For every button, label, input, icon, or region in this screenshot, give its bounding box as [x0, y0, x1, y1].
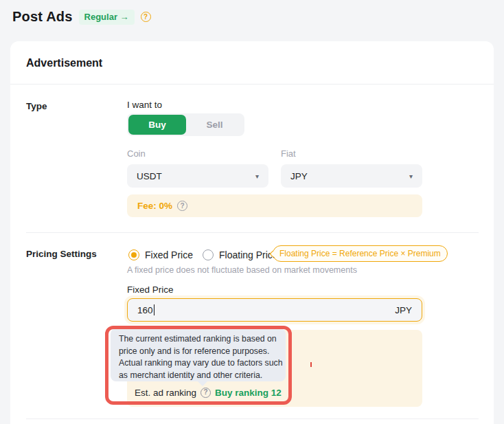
est-ranking-row: Est. ad ranking ? Buy ranking 12: [135, 386, 282, 399]
currency-suffix: JPY: [395, 305, 412, 315]
fiat-select[interactable]: JPY ▾: [281, 164, 422, 188]
type-section-label: Type: [26, 101, 47, 111]
fee-help-icon[interactable]: ?: [177, 201, 187, 211]
ranking-tooltip: The current estimated ranking is based o…: [111, 328, 286, 381]
post-ads-page: Post Ads Regular → ? Advertisement Type …: [0, 0, 504, 424]
divider: [10, 84, 494, 85]
floating-price-option[interactable]: Floating Price: [219, 249, 278, 260]
fixed-price-field-label: Fixed Price: [127, 284, 174, 295]
fiat-value: JPY: [290, 171, 308, 181]
divider: [26, 232, 479, 233]
card-heading: Advertisement: [26, 57, 102, 69]
pricing-settings-label: Pricing Settings: [26, 249, 97, 259]
ranking-tooltip-line: as merchant identity and other criteria.: [119, 370, 277, 382]
divider: [26, 419, 479, 419]
i-want-to-label: I want to: [127, 100, 162, 110]
coin-value: USDT: [137, 171, 162, 181]
buy-tab[interactable]: Buy: [128, 115, 186, 135]
buy-sell-toggle: Buy Sell: [127, 113, 244, 136]
fixed-price-radio-icon[interactable]: [128, 249, 139, 260]
help-icon[interactable]: ?: [141, 12, 151, 22]
regular-mode-badge[interactable]: Regular →: [79, 10, 135, 25]
chevron-down-icon: ▾: [409, 172, 413, 180]
coin-select[interactable]: USDT ▾: [127, 164, 268, 188]
buy-ranking-value: Buy ranking 12: [215, 388, 282, 398]
ranking-tooltip-line: price only and is for reference purposes…: [119, 346, 277, 358]
fixed-price-helper-text: A fixed price does not fluctuate based o…: [127, 265, 357, 275]
fixed-price-value: 160: [137, 305, 153, 315]
ranking-tooltip-line: The current estimated ranking is based o…: [119, 333, 277, 346]
floating-price-tooltip-text: Floating Price = Reference Price × Premi…: [279, 249, 441, 258]
sell-tab[interactable]: Sell: [186, 115, 243, 135]
floating-price-radio-icon[interactable]: [203, 249, 214, 260]
fee-banner: Fee: 0% ?: [127, 194, 422, 217]
text-caret: [154, 304, 155, 315]
coin-label: Coin: [127, 148, 146, 159]
est-ranking-label: Est. ad ranking: [135, 388, 196, 398]
page-header: Post Ads Regular → ?: [12, 9, 151, 25]
fixed-price-option[interactable]: Fixed Price: [145, 249, 193, 260]
page-title: Post Ads: [12, 9, 73, 25]
fiat-label: Fiat: [281, 148, 296, 159]
price-type-radio-group: Fixed Price Floating Price: [128, 247, 288, 263]
fee-text: Fee: 0%: [137, 201, 172, 211]
tooltip-arrow-down: [198, 381, 207, 386]
fixed-price-input[interactable]: 160 JPY: [127, 298, 422, 322]
est-ranking-help-icon[interactable]: ?: [201, 388, 211, 398]
ranking-tooltip-line: Actual ranking may vary due to factors s…: [119, 357, 277, 370]
chevron-down-icon: ▾: [255, 172, 259, 180]
floating-price-tooltip: Floating Price = Reference Price × Premi…: [273, 245, 448, 262]
